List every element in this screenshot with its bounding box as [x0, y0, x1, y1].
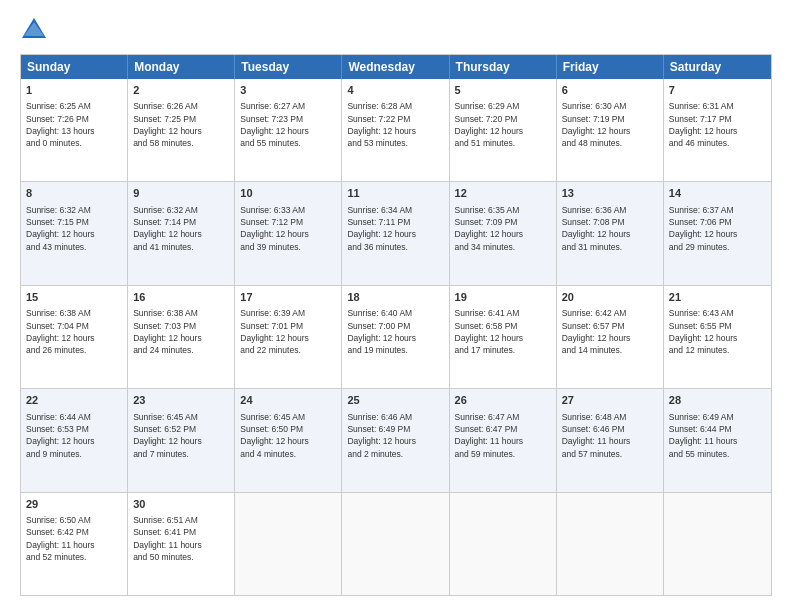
day-cell-14: 14Sunrise: 6:37 AMSunset: 7:06 PMDayligh…	[664, 182, 771, 284]
day-info: Sunrise: 6:30 AMSunset: 7:19 PMDaylight:…	[562, 100, 658, 149]
day-cell-25: 25Sunrise: 6:46 AMSunset: 6:49 PMDayligh…	[342, 389, 449, 491]
day-cell-1: 1Sunrise: 6:25 AMSunset: 7:26 PMDaylight…	[21, 79, 128, 181]
day-cell-3: 3Sunrise: 6:27 AMSunset: 7:23 PMDaylight…	[235, 79, 342, 181]
day-cell-13: 13Sunrise: 6:36 AMSunset: 7:08 PMDayligh…	[557, 182, 664, 284]
day-number: 26	[455, 393, 551, 408]
day-number: 3	[240, 83, 336, 98]
day-cell-10: 10Sunrise: 6:33 AMSunset: 7:12 PMDayligh…	[235, 182, 342, 284]
day-info: Sunrise: 6:48 AMSunset: 6:46 PMDaylight:…	[562, 411, 658, 460]
empty-cell	[235, 493, 342, 595]
day-info: Sunrise: 6:28 AMSunset: 7:22 PMDaylight:…	[347, 100, 443, 149]
day-number: 7	[669, 83, 766, 98]
day-number: 13	[562, 186, 658, 201]
day-info: Sunrise: 6:51 AMSunset: 6:41 PMDaylight:…	[133, 514, 229, 563]
day-info: Sunrise: 6:47 AMSunset: 6:47 PMDaylight:…	[455, 411, 551, 460]
day-info: Sunrise: 6:41 AMSunset: 6:58 PMDaylight:…	[455, 307, 551, 356]
day-cell-8: 8Sunrise: 6:32 AMSunset: 7:15 PMDaylight…	[21, 182, 128, 284]
day-cell-6: 6Sunrise: 6:30 AMSunset: 7:19 PMDaylight…	[557, 79, 664, 181]
day-number: 17	[240, 290, 336, 305]
empty-cell	[557, 493, 664, 595]
day-info: Sunrise: 6:27 AMSunset: 7:23 PMDaylight:…	[240, 100, 336, 149]
calendar-row-4: 29Sunrise: 6:50 AMSunset: 6:42 PMDayligh…	[21, 492, 771, 595]
header-day-monday: Monday	[128, 55, 235, 79]
day-cell-4: 4Sunrise: 6:28 AMSunset: 7:22 PMDaylight…	[342, 79, 449, 181]
day-number: 22	[26, 393, 122, 408]
day-info: Sunrise: 6:44 AMSunset: 6:53 PMDaylight:…	[26, 411, 122, 460]
day-number: 20	[562, 290, 658, 305]
calendar-row-0: 1Sunrise: 6:25 AMSunset: 7:26 PMDaylight…	[21, 79, 771, 181]
day-cell-22: 22Sunrise: 6:44 AMSunset: 6:53 PMDayligh…	[21, 389, 128, 491]
day-cell-28: 28Sunrise: 6:49 AMSunset: 6:44 PMDayligh…	[664, 389, 771, 491]
day-info: Sunrise: 6:26 AMSunset: 7:25 PMDaylight:…	[133, 100, 229, 149]
day-info: Sunrise: 6:34 AMSunset: 7:11 PMDaylight:…	[347, 204, 443, 253]
day-cell-11: 11Sunrise: 6:34 AMSunset: 7:11 PMDayligh…	[342, 182, 449, 284]
day-cell-20: 20Sunrise: 6:42 AMSunset: 6:57 PMDayligh…	[557, 286, 664, 388]
day-info: Sunrise: 6:25 AMSunset: 7:26 PMDaylight:…	[26, 100, 122, 149]
svg-marker-1	[24, 22, 44, 36]
day-cell-9: 9Sunrise: 6:32 AMSunset: 7:14 PMDaylight…	[128, 182, 235, 284]
day-number: 16	[133, 290, 229, 305]
day-number: 9	[133, 186, 229, 201]
logo	[20, 16, 52, 44]
day-number: 23	[133, 393, 229, 408]
day-cell-15: 15Sunrise: 6:38 AMSunset: 7:04 PMDayligh…	[21, 286, 128, 388]
day-number: 18	[347, 290, 443, 305]
logo-icon	[20, 16, 48, 44]
page: SundayMondayTuesdayWednesdayThursdayFrid…	[0, 0, 792, 612]
day-number: 5	[455, 83, 551, 98]
day-number: 30	[133, 497, 229, 512]
day-number: 27	[562, 393, 658, 408]
day-info: Sunrise: 6:36 AMSunset: 7:08 PMDaylight:…	[562, 204, 658, 253]
empty-cell	[342, 493, 449, 595]
day-number: 28	[669, 393, 766, 408]
day-cell-27: 27Sunrise: 6:48 AMSunset: 6:46 PMDayligh…	[557, 389, 664, 491]
calendar-row-2: 15Sunrise: 6:38 AMSunset: 7:04 PMDayligh…	[21, 285, 771, 388]
day-info: Sunrise: 6:31 AMSunset: 7:17 PMDaylight:…	[669, 100, 766, 149]
day-info: Sunrise: 6:29 AMSunset: 7:20 PMDaylight:…	[455, 100, 551, 149]
day-cell-26: 26Sunrise: 6:47 AMSunset: 6:47 PMDayligh…	[450, 389, 557, 491]
day-info: Sunrise: 6:49 AMSunset: 6:44 PMDaylight:…	[669, 411, 766, 460]
day-info: Sunrise: 6:40 AMSunset: 7:00 PMDaylight:…	[347, 307, 443, 356]
header-day-wednesday: Wednesday	[342, 55, 449, 79]
day-cell-18: 18Sunrise: 6:40 AMSunset: 7:00 PMDayligh…	[342, 286, 449, 388]
day-cell-16: 16Sunrise: 6:38 AMSunset: 7:03 PMDayligh…	[128, 286, 235, 388]
day-number: 10	[240, 186, 336, 201]
day-number: 19	[455, 290, 551, 305]
day-cell-23: 23Sunrise: 6:45 AMSunset: 6:52 PMDayligh…	[128, 389, 235, 491]
calendar-row-3: 22Sunrise: 6:44 AMSunset: 6:53 PMDayligh…	[21, 388, 771, 491]
day-info: Sunrise: 6:33 AMSunset: 7:12 PMDaylight:…	[240, 204, 336, 253]
calendar-header: SundayMondayTuesdayWednesdayThursdayFrid…	[21, 55, 771, 79]
day-cell-24: 24Sunrise: 6:45 AMSunset: 6:50 PMDayligh…	[235, 389, 342, 491]
day-cell-30: 30Sunrise: 6:51 AMSunset: 6:41 PMDayligh…	[128, 493, 235, 595]
day-number: 21	[669, 290, 766, 305]
day-info: Sunrise: 6:35 AMSunset: 7:09 PMDaylight:…	[455, 204, 551, 253]
day-number: 15	[26, 290, 122, 305]
day-number: 14	[669, 186, 766, 201]
empty-cell	[664, 493, 771, 595]
day-info: Sunrise: 6:38 AMSunset: 7:03 PMDaylight:…	[133, 307, 229, 356]
day-number: 12	[455, 186, 551, 201]
day-info: Sunrise: 6:46 AMSunset: 6:49 PMDaylight:…	[347, 411, 443, 460]
day-number: 29	[26, 497, 122, 512]
day-info: Sunrise: 6:45 AMSunset: 6:50 PMDaylight:…	[240, 411, 336, 460]
header-day-tuesday: Tuesday	[235, 55, 342, 79]
calendar: SundayMondayTuesdayWednesdayThursdayFrid…	[20, 54, 772, 596]
day-cell-5: 5Sunrise: 6:29 AMSunset: 7:20 PMDaylight…	[450, 79, 557, 181]
header-day-thursday: Thursday	[450, 55, 557, 79]
day-number: 25	[347, 393, 443, 408]
day-cell-19: 19Sunrise: 6:41 AMSunset: 6:58 PMDayligh…	[450, 286, 557, 388]
day-number: 8	[26, 186, 122, 201]
empty-cell	[450, 493, 557, 595]
day-cell-29: 29Sunrise: 6:50 AMSunset: 6:42 PMDayligh…	[21, 493, 128, 595]
day-number: 2	[133, 83, 229, 98]
day-number: 6	[562, 83, 658, 98]
day-info: Sunrise: 6:42 AMSunset: 6:57 PMDaylight:…	[562, 307, 658, 356]
day-info: Sunrise: 6:43 AMSunset: 6:55 PMDaylight:…	[669, 307, 766, 356]
day-info: Sunrise: 6:45 AMSunset: 6:52 PMDaylight:…	[133, 411, 229, 460]
day-info: Sunrise: 6:50 AMSunset: 6:42 PMDaylight:…	[26, 514, 122, 563]
day-cell-7: 7Sunrise: 6:31 AMSunset: 7:17 PMDaylight…	[664, 79, 771, 181]
day-number: 24	[240, 393, 336, 408]
day-info: Sunrise: 6:37 AMSunset: 7:06 PMDaylight:…	[669, 204, 766, 253]
day-cell-12: 12Sunrise: 6:35 AMSunset: 7:09 PMDayligh…	[450, 182, 557, 284]
day-number: 1	[26, 83, 122, 98]
